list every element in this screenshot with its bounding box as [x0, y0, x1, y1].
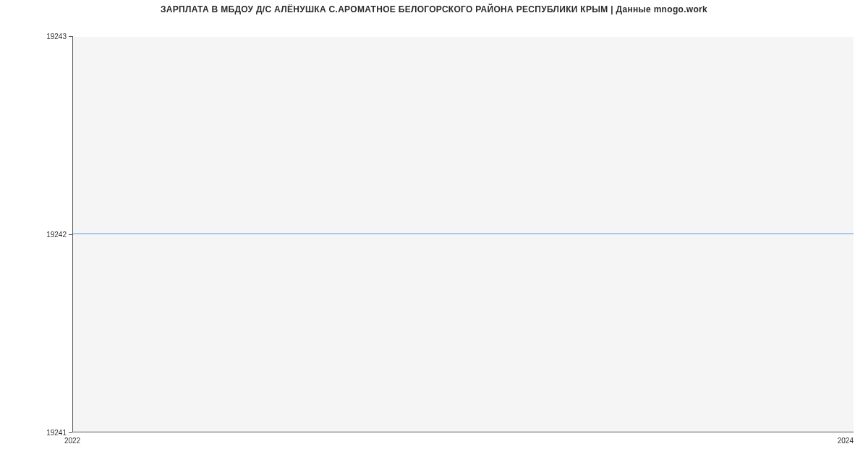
plot-area	[72, 36, 854, 432]
y-label-top: 19243	[38, 33, 67, 40]
gridline-top	[73, 36, 854, 37]
y-label-mid: 19242	[38, 231, 67, 239]
chart-title: ЗАРПЛАТА В МБДОУ Д/С АЛЁНУШКА С.АРОМАТНО…	[0, 4, 868, 14]
gridline-mid	[73, 234, 854, 235]
x-label-right: 2024	[838, 437, 854, 445]
data-line	[73, 234, 854, 234]
y-label-bot: 19241	[38, 429, 67, 437]
chart-container: ЗАРПЛАТА В МБДОУ Д/С АЛЁНУШКА С.АРОМАТНО…	[0, 0, 868, 470]
x-label-left: 2022	[64, 437, 80, 445]
y-tick-bot	[69, 432, 72, 433]
